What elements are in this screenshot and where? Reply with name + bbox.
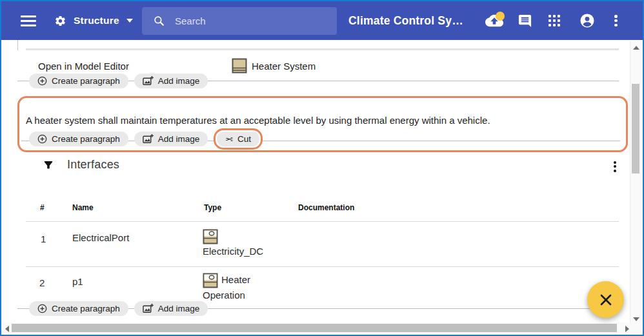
add-image-label: Add image xyxy=(158,304,200,313)
column-header-type: Type xyxy=(204,203,221,212)
scissors-icon: ✂ xyxy=(225,135,233,144)
create-paragraph-label: Create paragraph xyxy=(52,134,120,144)
open-in-model-editor-link[interactable]: Open in Model Editor xyxy=(38,61,129,72)
add-image-button[interactable]: Add image xyxy=(134,74,208,88)
block-toolbar: Create paragraph Add image xyxy=(29,74,208,88)
interface-block-icon xyxy=(203,229,218,244)
close-fab-button[interactable] xyxy=(587,281,624,318)
notification-badge xyxy=(496,12,505,21)
create-paragraph-label: Create paragraph xyxy=(52,304,120,313)
block-divider-vertical xyxy=(17,40,18,50)
create-paragraph-button[interactable]: Create paragraph xyxy=(29,74,128,88)
structure-menu[interactable]: Structure xyxy=(54,1,133,40)
element-reference[interactable]: Heater System xyxy=(232,58,316,74)
block-toolbar: Create paragraph Add image xyxy=(29,301,208,316)
gear-icon xyxy=(54,15,66,27)
requirement-paragraph: A heater system shall maintain temperatu… xyxy=(26,115,613,126)
close-icon xyxy=(599,293,613,307)
apps-grid-icon xyxy=(548,15,560,26)
port-type[interactable]: Electricity_DC xyxy=(203,229,280,259)
add-image-icon xyxy=(143,75,154,86)
search-input[interactable] xyxy=(174,15,325,27)
interfaces-more-button[interactable] xyxy=(614,159,616,173)
add-image-icon xyxy=(143,133,154,144)
element-name: Heater System xyxy=(252,61,316,72)
scroll-up-arrow-icon[interactable] xyxy=(633,46,639,50)
port-type-label: Electricity_DC xyxy=(203,246,263,257)
selected-block-toolbar: Create paragraph Add image ✂ Cut xyxy=(29,132,263,150)
scrollbar-corner xyxy=(630,322,641,333)
add-image-label: Add image xyxy=(158,134,200,144)
search-box[interactable] xyxy=(142,7,337,35)
cut-button[interactable]: ✂ Cut xyxy=(217,132,259,146)
block-divider xyxy=(26,48,619,50)
app-window: Structure Climate Control Sy… Open in Mo… xyxy=(0,0,644,336)
port-name[interactable]: p1 xyxy=(72,276,83,287)
horizontal-scrollbar[interactable] xyxy=(3,322,632,333)
create-paragraph-button[interactable]: Create paragraph xyxy=(29,301,128,316)
circled-plus-icon xyxy=(37,304,47,313)
app-header: Structure Climate Control Sy… xyxy=(1,1,643,40)
add-image-icon xyxy=(143,303,154,314)
block-icon xyxy=(232,58,247,74)
structure-label: Structure xyxy=(74,15,119,26)
row-number: 1 xyxy=(41,233,46,244)
vertical-scrollbar-thumb[interactable] xyxy=(632,84,639,173)
apps-button[interactable] xyxy=(548,1,560,40)
interface-block-icon xyxy=(203,273,218,288)
scroll-down-arrow-icon[interactable] xyxy=(633,317,639,321)
column-header-name: Name xyxy=(72,203,94,212)
create-paragraph-label: Create paragraph xyxy=(52,76,120,86)
cloud-sync-button[interactable] xyxy=(485,1,503,40)
add-image-button[interactable]: Add image xyxy=(134,301,208,316)
add-image-button[interactable]: Add image xyxy=(134,132,208,146)
interfaces-title: Interfaces xyxy=(67,158,119,172)
column-header-num: # xyxy=(40,203,45,212)
circled-plus-icon xyxy=(37,76,47,86)
menu-icon[interactable] xyxy=(21,15,36,26)
search-icon xyxy=(153,15,165,27)
port-type[interactable]: Heater Operation xyxy=(203,273,280,302)
filter-icon[interactable] xyxy=(43,159,54,171)
comments-button[interactable] xyxy=(518,1,532,40)
cut-label: Cut xyxy=(237,134,251,144)
circled-plus-icon xyxy=(37,134,47,144)
column-header-documentation: Documentation xyxy=(298,203,354,212)
scroll-right-arrow-icon[interactable] xyxy=(625,326,629,332)
cut-button-highlight: ✂ Cut xyxy=(214,128,263,150)
row-number: 2 xyxy=(39,277,45,288)
scroll-left-arrow-icon[interactable] xyxy=(5,326,9,332)
chevron-down-icon xyxy=(126,19,133,23)
table-divider xyxy=(26,266,619,267)
comment-icon xyxy=(518,14,532,28)
create-paragraph-button[interactable]: Create paragraph xyxy=(29,132,128,146)
account-button[interactable] xyxy=(579,1,595,40)
vertical-scrollbar[interactable] xyxy=(630,41,641,326)
document-pane: Open in Model Editor Heater System Creat… xyxy=(1,40,631,326)
port-name[interactable]: ElectricalPort xyxy=(72,232,129,243)
account-icon xyxy=(579,13,595,28)
interfaces-section-header: Interfaces xyxy=(43,158,119,172)
add-image-label: Add image xyxy=(158,76,200,86)
horizontal-scrollbar-thumb[interactable] xyxy=(12,324,617,332)
table-divider xyxy=(26,221,619,222)
project-title: Climate Control Sy… xyxy=(348,1,463,40)
